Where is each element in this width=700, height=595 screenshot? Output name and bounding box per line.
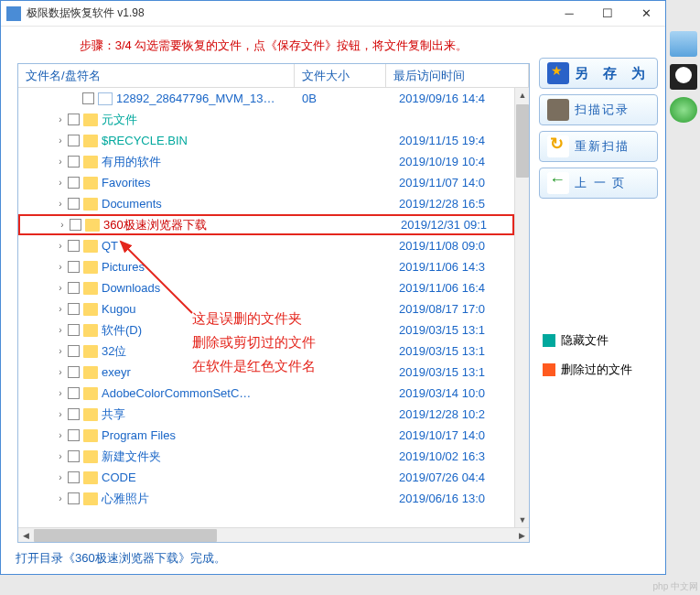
checkbox[interactable]	[68, 345, 80, 357]
folder-icon	[83, 408, 98, 421]
sidebar-icon-3[interactable]	[670, 97, 697, 123]
expand-icon[interactable]: ›	[53, 430, 68, 440]
folder-icon	[83, 114, 98, 126]
file-row[interactable]: ›Favorites2019/11/07 14:0	[18, 172, 514, 193]
file-row[interactable]: ›CODE2019/07/26 04:4	[18, 467, 514, 488]
file-row[interactable]: ›360极速浏览器下载2019/12/31 09:1	[18, 214, 514, 235]
scrollbar-vertical[interactable]: ▲ ▼	[514, 88, 529, 527]
expand-icon[interactable]: ›	[53, 367, 68, 377]
expand-icon[interactable]: ›	[53, 199, 68, 209]
checkbox[interactable]	[82, 92, 94, 104]
scroll-down-button[interactable]: ▼	[515, 513, 529, 527]
expand-icon[interactable]: ›	[53, 114, 68, 124]
checkbox[interactable]	[68, 198, 80, 210]
expand-icon[interactable]: ›	[53, 451, 68, 461]
folder-icon	[83, 345, 98, 358]
file-row[interactable]: ›心雅照片2019/06/16 13:0	[18, 488, 514, 509]
checkbox[interactable]	[68, 492, 80, 504]
scrollbar-horizontal[interactable]: ◀ ▶	[18, 527, 529, 542]
file-icon	[98, 92, 113, 105]
minimize-button[interactable]: ─	[550, 2, 588, 26]
expand-icon[interactable]: ›	[53, 325, 68, 335]
checkbox[interactable]	[68, 429, 80, 441]
file-name: exeyr	[102, 365, 131, 379]
checkbox[interactable]	[68, 408, 80, 420]
scroll-right-button[interactable]: ▶	[514, 528, 529, 543]
back-label: 上 一 页	[575, 175, 626, 191]
file-row[interactable]: ›Documents2019/12/28 16:5	[18, 193, 514, 214]
expand-icon[interactable]: ›	[53, 472, 68, 482]
checkbox[interactable]	[68, 303, 80, 315]
checkbox[interactable]	[68, 114, 80, 125]
file-row[interactable]: ›有用的软件2019/10/19 10:4	[18, 151, 514, 172]
expand-icon[interactable]: ›	[53, 388, 68, 398]
checkbox[interactable]	[68, 471, 80, 483]
instructions-text: 步骤：3/4 勾选需要恢复的文件，点《保存文件》按钮，将文件复制出来。	[17, 32, 530, 63]
file-row[interactable]: ›$RECYCLE.BIN2019/11/15 19:4	[18, 130, 514, 151]
rescan-button[interactable]: 重新扫描	[539, 131, 658, 162]
save-button[interactable]: 另 存 为	[539, 58, 658, 89]
scroll-left-button[interactable]: ◀	[18, 528, 33, 543]
titlebar: 极限数据恢复软件 v1.98 ─ ☐ ✕	[1, 1, 665, 27]
checkbox[interactable]	[68, 156, 80, 168]
header-name[interactable]: 文件名/盘符名	[18, 64, 295, 87]
back-button[interactable]: 上 一 页	[539, 168, 658, 199]
file-row[interactable]: ›Program Files2019/10/17 14:0	[18, 425, 514, 446]
checkbox[interactable]	[70, 219, 81, 231]
expand-icon[interactable]: ›	[53, 157, 68, 167]
expand-icon[interactable]: ›	[53, 262, 68, 272]
checkbox[interactable]	[68, 387, 80, 399]
file-row[interactable]: ›exeyr2019/03/15 13:1	[18, 362, 514, 383]
expand-icon[interactable]: ›	[53, 178, 68, 188]
file-row[interactable]: ›32位2019/03/15 13:1	[18, 341, 514, 362]
action-panel: 另 存 为 扫描记录 重新扫描 上 一 页 隐藏文件	[533, 27, 665, 546]
legend-hidden-label: 隐藏文件	[561, 332, 608, 349]
checkbox[interactable]	[68, 261, 80, 273]
scanlog-button[interactable]: 扫描记录	[539, 94, 658, 125]
camera-icon	[547, 99, 569, 121]
expand-icon[interactable]: ›	[53, 135, 68, 146]
file-row[interactable]: ›新建文件夹2019/10/02 16:3	[18, 446, 514, 467]
scroll-thumb-h[interactable]	[34, 529, 217, 542]
file-name: 心雅照片	[102, 491, 149, 507]
file-date: 2019/12/28 10:2	[399, 407, 485, 421]
checkbox[interactable]	[68, 177, 80, 189]
expand-icon[interactable]: ›	[53, 304, 68, 314]
expand-icon[interactable]: ›	[55, 220, 70, 230]
expand-icon[interactable]: ›	[53, 409, 68, 419]
scroll-thumb-v[interactable]	[516, 104, 529, 178]
close-button[interactable]: ✕	[627, 2, 665, 26]
window-controls: ─ ☐ ✕	[550, 2, 665, 26]
file-row[interactable]: ›Kugou2019/08/17 17:0	[18, 298, 514, 319]
checkbox[interactable]	[68, 282, 80, 294]
folder-icon	[83, 156, 98, 168]
expand-icon[interactable]: ›	[53, 283, 68, 293]
file-name: Favorites	[102, 176, 150, 189]
expand-icon[interactable]: ›	[53, 241, 68, 251]
expand-icon[interactable]: ›	[53, 346, 68, 356]
checkbox[interactable]	[68, 450, 80, 462]
expand-icon[interactable]: ›	[53, 493, 68, 503]
header-size[interactable]: 文件大小	[295, 64, 386, 87]
qq-icon[interactable]	[670, 64, 697, 90]
sidebar-icon-1[interactable]	[670, 31, 697, 57]
file-row[interactable]: 12892_28647796_MVM_13…0B2019/09/16 14:4	[18, 88, 514, 109]
file-date: 2019/03/15 13:1	[399, 323, 485, 337]
legend-hidden: 隐藏文件	[543, 332, 658, 349]
maximize-button[interactable]: ☐	[588, 2, 627, 26]
file-name: 软件(D)	[102, 322, 142, 339]
checkbox[interactable]	[68, 135, 80, 146]
file-row[interactable]: ›软件(D)2019/03/15 13:1	[18, 319, 514, 341]
file-row[interactable]: ›Downloads2019/11/06 16:4	[18, 277, 514, 298]
header-date[interactable]: 最后访问时间	[386, 64, 529, 87]
file-row[interactable]: ›Pictures2019/11/06 14:3	[18, 256, 514, 277]
file-row[interactable]: ›QT2019/11/08 09:0	[18, 235, 514, 256]
file-row[interactable]: ›元文件	[18, 109, 514, 130]
save-label: 另 存 为	[575, 65, 651, 82]
file-row[interactable]: ›AdobeColorCommonSetC…2019/03/14 10:0	[18, 383, 514, 404]
checkbox[interactable]	[68, 366, 80, 378]
scroll-up-button[interactable]: ▲	[515, 88, 529, 103]
file-row[interactable]: ›共享2019/12/28 10:2	[18, 404, 514, 425]
checkbox[interactable]	[68, 324, 80, 336]
checkbox[interactable]	[68, 240, 80, 252]
